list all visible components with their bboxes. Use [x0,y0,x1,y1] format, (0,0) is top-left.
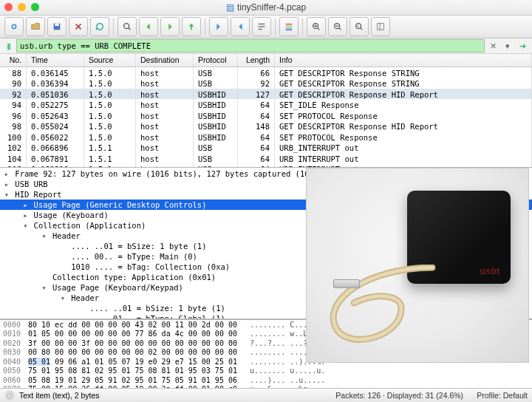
resize-columns-button[interactable] [371,17,390,36]
packet-list[interactable]: No. Time Source Destination Protocol Len… [0,54,532,168]
packet-row[interactable]: 900.0363941.5.0hostUSB92GET DESCRIPTOR R… [0,78,532,89]
apply-filter-icon[interactable]: ➔ [516,39,529,52]
status-bar: ◌ Text item (text), 2 bytes Packets: 126… [0,388,532,402]
close-button[interactable] [4,3,13,11]
document-icon: ▤ [226,2,234,13]
close-file-button[interactable] [69,17,88,36]
autoscroll-button[interactable] [252,17,271,36]
window-title: tinySniffer-4.pcap [237,2,306,13]
display-filter-input[interactable] [16,39,485,52]
svg-rect-3 [55,24,58,27]
status-profile[interactable]: Profile: Default [477,391,528,400]
svg-rect-6 [286,26,293,28]
packet-row[interactable]: 880.0361451.5.0hostUSB66GET DESCRIPTOR R… [0,67,532,78]
reload-button[interactable] [90,17,109,36]
filter-dropdown-icon[interactable]: ▾ [501,39,514,52]
col-no[interactable]: No. [0,54,27,67]
hex-row[interactable]: 005075 01 95 08 81 02 95 01 75 08 81 01 … [3,367,529,376]
status-packets: Packets: 126 · Displayed: 31 (24.6%) [335,391,463,400]
minimize-button[interactable] [18,3,26,11]
col-info[interactable]: Info [275,54,532,67]
colorize-button[interactable] [279,17,299,36]
col-destination[interactable]: Destination [136,54,194,67]
packet-row[interactable]: 1000.0560221.5.0hostUSBHID64SET_PROTOCOL… [0,132,532,143]
svg-point-1 [13,25,16,28]
expert-info-icon[interactable]: ◌ [4,390,15,401]
status-hint: Text item (text), 2 bytes [19,391,100,400]
save-button[interactable] [47,17,66,36]
svg-point-4 [124,24,129,29]
interfaces-button[interactable] [4,17,24,36]
packet-row[interactable]: 1040.0678911.5.1hostUSB64URB_INTERRUPT o… [0,153,532,164]
zoom-out-button[interactable] [328,17,347,36]
zoom-in-button[interactable] [307,17,326,36]
clear-filter-icon[interactable]: ✕ [486,39,499,52]
next-button[interactable] [160,17,180,36]
svg-text:1: 1 [357,24,359,28]
col-source[interactable]: Source [84,54,136,67]
hex-row[interactable]: 006005 08 19 01 29 05 91 02 95 01 75 05 … [3,376,529,386]
packet-row[interactable]: 960.0526431.5.0hostUSBHID64SET_PROTOCOL … [0,110,532,121]
embedded-photo: usbt [306,168,529,363]
usb-plug [333,279,360,288]
device-logo: usbt [480,266,500,276]
toolbar: 1 [0,16,532,39]
packet-row[interactable]: 920.0510361.5.0hostUSBHID127GET DESCRIPT… [0,89,532,100]
filter-bar: ▮ ✕ ▾ ➔ [0,38,532,54]
prev-button[interactable] [139,17,158,36]
col-protocol[interactable]: Protocol [194,54,238,67]
packet-list-header: No. Time Source Destination Protocol Len… [0,54,532,67]
col-length[interactable]: Length [238,54,275,67]
open-button[interactable] [26,17,45,36]
titlebar: ▤ tinySniffer-4.pcap [0,0,532,16]
goto-last-button[interactable] [231,17,250,36]
bookmark-filter-icon[interactable]: ▮ [3,40,15,52]
find-button[interactable] [117,17,137,36]
col-time[interactable]: Time [27,54,84,67]
svg-rect-5 [286,24,293,26]
goto-first-button[interactable] [209,17,228,36]
jump-button[interactable] [182,17,201,36]
maximize-button[interactable] [31,3,39,11]
packet-row[interactable]: 1020.0668961.5.1hostUSB64URB_INTERRUPT o… [0,142,532,153]
usb-device: usbt [407,191,511,284]
zoom-reset-button[interactable]: 1 [349,17,369,36]
hex-row[interactable]: 007075 08 15 00 26 ff 00 05 19 00 2a ff … [3,385,529,388]
window-controls [4,3,39,11]
packet-row[interactable]: 940.0522751.5.0hostUSBHID64SET_IDLE Resp… [0,99,532,110]
packet-row[interactable]: 980.0550241.5.0hostUSBHID148GET DESCRIPT… [0,120,532,132]
svg-rect-7 [286,29,293,31]
